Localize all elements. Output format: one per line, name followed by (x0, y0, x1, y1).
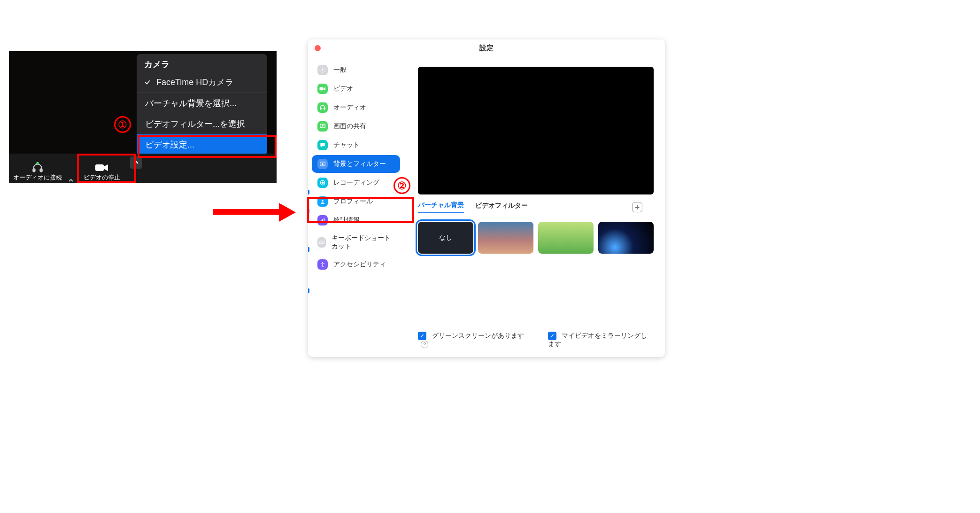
settings-window: 設定 一般 ビデオ オーディオ (308, 39, 665, 357)
camera-popup: カメラ FaceTime HDカメラ バーチャル背景を選択... ビデオフィルタ… (137, 54, 267, 155)
sidebar-item-chat[interactable]: チャット (312, 136, 400, 154)
sidebar-item-share[interactable]: 画面の共有 (312, 117, 400, 135)
svg-rect-18 (319, 241, 324, 244)
keyboard-icon (317, 237, 326, 248)
tab-video-filter[interactable]: ビデオフィルター (475, 202, 528, 213)
svg-marker-3 (104, 164, 108, 171)
video-icon (317, 84, 328, 94)
edge-accent (308, 288, 309, 293)
settings-main: バーチャル背景 ビデオフィルター ＋ なし ✓ グリーンスクリーンがあります ? (404, 56, 665, 357)
plus-icon: ＋ (633, 202, 641, 212)
sidebar-item-label: レコーディング (333, 179, 379, 187)
sidebar-item-label: 統計情報 (333, 216, 360, 225)
meeting-toolbar: オーディオに接続 ビデオの停止 (9, 154, 277, 183)
svg-rect-15 (321, 220, 322, 222)
camera-section-label: カメラ (137, 54, 267, 73)
sidebar-item-background-filters[interactable]: 背景とフィルター (312, 155, 400, 173)
step-marker-1: ① (114, 116, 131, 133)
sidebar-item-general[interactable]: 一般 (312, 61, 400, 79)
stats-icon (317, 215, 328, 225)
video-camera-icon (95, 163, 109, 172)
audio-caret-button[interactable] (66, 178, 76, 183)
sidebar-item-audio[interactable]: オーディオ (312, 99, 400, 117)
step-marker-2: ② (394, 177, 410, 194)
sidebar-item-label: 背景とフィルター (333, 160, 386, 168)
close-window-button[interactable] (315, 45, 321, 51)
sidebar-item-label: アクセシビリティ (333, 260, 386, 269)
edge-accent (308, 190, 309, 194)
svg-rect-2 (95, 164, 104, 171)
sidebar-item-label: オーディオ (333, 103, 366, 112)
sidebar-item-label: チャット (333, 141, 360, 149)
bg-option-none[interactable]: なし (418, 222, 473, 254)
chat-icon (317, 140, 328, 150)
stop-video-label: ビデオの停止 (84, 173, 120, 182)
zoom-meeting-panel: カメラ FaceTime HDカメラ バーチャル背景を選択... ビデオフィルタ… (9, 51, 277, 183)
share-screen-icon (317, 121, 328, 132)
join-audio-label: オーディオに接続 (13, 173, 62, 182)
bg-tabs: バーチャル背景 ビデオフィルター ＋ (418, 201, 654, 213)
bg-option-earth[interactable] (598, 222, 654, 254)
edge-accent (308, 209, 309, 213)
bg-option-grass[interactable] (538, 222, 594, 254)
edge-accent (308, 247, 309, 252)
background-grid: なし (418, 222, 654, 254)
svg-rect-7 (320, 108, 321, 110)
bg-option-bridge[interactable] (478, 222, 533, 254)
join-audio-button[interactable]: オーディオに接続 (9, 155, 66, 183)
headphones-icon (317, 102, 328, 113)
greenscreen-label: グリーンスクリーンがあります (432, 332, 524, 339)
svg-rect-5 (319, 87, 323, 91)
sidebar-item-profile[interactable]: プロフィール (312, 193, 400, 210)
camera-option-label: FaceTime HDカメラ (156, 77, 233, 88)
svg-rect-16 (322, 219, 323, 222)
background-icon (317, 159, 328, 169)
sidebar-item-accessibility[interactable]: アクセシビリティ (312, 256, 400, 273)
mirror-video-label: マイビデオをミラーリングします (548, 332, 648, 348)
settings-titlebar: 設定 (308, 39, 665, 56)
svg-point-19 (322, 262, 323, 263)
checkbox-checked-icon: ✓ (418, 332, 426, 340)
sidebar-item-recording[interactable]: レコーディング (312, 174, 400, 192)
mirror-video-checkbox[interactable]: ✓ マイビデオをミラーリングします (548, 332, 654, 349)
camera-option-facetime[interactable]: FaceTime HDカメラ (137, 73, 267, 93)
svg-point-4 (322, 69, 324, 71)
sidebar-item-label: 画面の共有 (333, 122, 366, 131)
choose-virtual-bg-menuitem[interactable]: バーチャル背景を選択... (137, 93, 267, 114)
add-background-button[interactable]: ＋ (632, 202, 642, 212)
svg-point-11 (322, 163, 323, 164)
svg-rect-8 (324, 108, 325, 110)
video-caret-button[interactable] (130, 156, 142, 169)
sidebar-item-label: プロフィール (333, 197, 373, 206)
sidebar-item-label: 一般 (333, 66, 347, 74)
accessibility-icon (317, 259, 328, 270)
settings-sidebar: 一般 ビデオ オーディオ 画面の共有 (308, 56, 404, 357)
settings-window-title: 設定 (479, 44, 494, 53)
svg-point-14 (322, 200, 324, 202)
tab-virtual-background[interactable]: バーチャル背景 (418, 201, 464, 213)
checkbox-checked-icon: ✓ (548, 332, 556, 340)
svg-point-13 (322, 182, 324, 184)
help-icon[interactable]: ? (421, 341, 428, 348)
svg-rect-17 (324, 218, 324, 222)
video-settings-menuitem[interactable]: ビデオ設定... (137, 134, 267, 155)
svg-rect-0 (33, 169, 35, 172)
bg-option-label: なし (439, 233, 452, 242)
sidebar-item-stats[interactable]: 統計情報 (312, 211, 400, 229)
greenscreen-checkbox[interactable]: ✓ グリーンスクリーンがあります ? (418, 332, 529, 349)
sidebar-item-video[interactable]: ビデオ (312, 80, 400, 98)
sidebar-item-label: ビデオ (333, 85, 353, 93)
svg-marker-6 (324, 87, 325, 91)
stop-video-button[interactable]: ビデオの停止 (76, 155, 128, 183)
arrow-right-icon (213, 206, 298, 218)
sidebar-item-label: キーボードショートカット (332, 234, 394, 251)
headphones-icon (31, 162, 44, 172)
svg-rect-1 (40, 169, 42, 172)
record-icon (317, 178, 328, 188)
choose-video-filter-menuitem[interactable]: ビデオフィルター...を選択 (137, 114, 267, 134)
check-icon (144, 79, 152, 86)
video-preview (418, 67, 654, 194)
profile-icon (317, 196, 328, 207)
bottom-options: ✓ グリーンスクリーンがあります ? ✓ マイビデオをミラーリングします (418, 332, 654, 349)
sidebar-item-keyboard-shortcuts[interactable]: キーボードショートカット (312, 230, 400, 255)
